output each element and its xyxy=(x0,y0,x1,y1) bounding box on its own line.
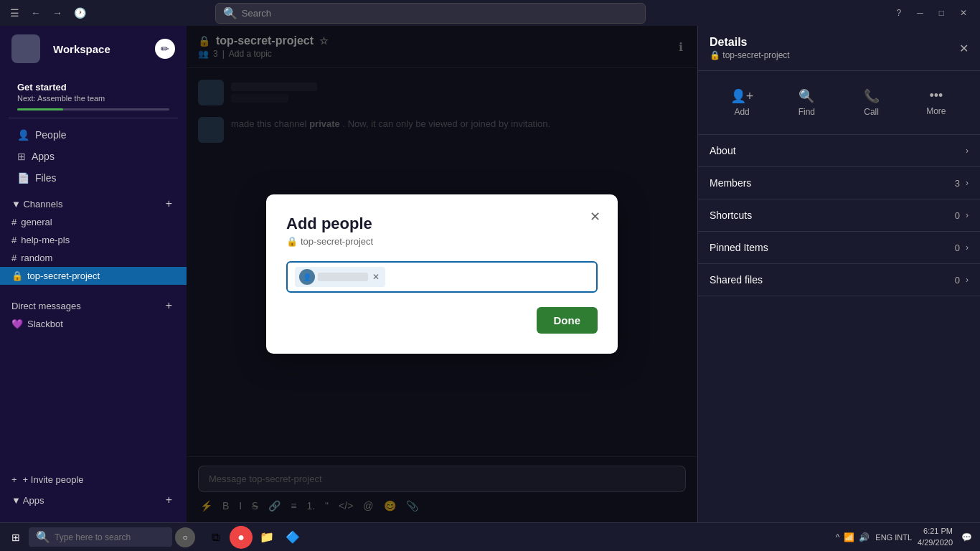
shortcuts-label: Shortcuts xyxy=(710,209,752,221)
shared-files-right: 0 › xyxy=(955,275,969,286)
dm-name-slackbot: Slackbot xyxy=(27,319,63,329)
network-icon[interactable]: 📶 xyxy=(844,532,854,542)
progress-bar xyxy=(17,108,169,110)
sidebar-item-apps[interactable]: ⊞ Apps xyxy=(6,146,181,166)
volume-icon[interactable]: 🔊 xyxy=(859,532,870,542)
channel-name-top-secret: top-secret-project xyxy=(27,270,100,281)
dm-header[interactable]: Direct messages + xyxy=(0,296,187,315)
minimize-button[interactable]: ─ xyxy=(910,5,930,21)
details-header-text: Details 🔒 top-secret-project xyxy=(710,36,790,60)
details-section-pinned: Pinned Items 0 › xyxy=(698,232,980,264)
about-chevron: › xyxy=(966,146,969,156)
notifications-icon[interactable]: ^ xyxy=(836,532,840,542)
about-row[interactable]: About › xyxy=(698,135,980,166)
shortcuts-right: 0 › xyxy=(955,210,969,221)
history-button[interactable]: 🕐 xyxy=(70,4,90,22)
add-dm-button[interactable]: + xyxy=(163,299,175,312)
apps-section-footer[interactable]: ▼ Apps + xyxy=(11,489,175,511)
add-app-button[interactable]: + xyxy=(163,494,175,507)
details-close-button[interactable]: ✕ xyxy=(959,42,969,55)
people-search-input[interactable] xyxy=(390,271,589,283)
details-action-call[interactable]: 📞 Call xyxy=(839,83,904,123)
shared-files-count: 0 xyxy=(955,275,960,286)
sidebar-item-label-people: People xyxy=(35,129,67,141)
modal-tag: 👤 ✕ xyxy=(295,267,385,287)
modal-input-area[interactable]: 👤 ✕ xyxy=(286,261,598,293)
sidebar-item-people[interactable]: 👤 People xyxy=(6,125,181,145)
taskbar-right: ^ 📶 🔊 ENG INTL 6:21 PM 4/29/2020 💬 xyxy=(836,526,974,548)
forward-button[interactable]: → xyxy=(48,4,67,22)
taskbar-search-input[interactable] xyxy=(55,532,162,542)
cortana-button[interactable]: ○ xyxy=(175,527,195,547)
modal-close-button[interactable]: ✕ xyxy=(584,206,606,227)
clock-date: 4/29/2020 xyxy=(918,537,953,548)
taskbar-search-box[interactable]: 🔍 xyxy=(29,527,172,547)
channels-header[interactable]: ▼ Channels + xyxy=(0,194,187,213)
taskbar-app-slack[interactable]: 🔷 xyxy=(281,526,304,549)
files-icon: 📄 xyxy=(17,172,29,184)
about-right: › xyxy=(966,146,969,156)
titlebar-search-box[interactable]: 🔍 xyxy=(215,3,646,24)
titlebar-nav: ☰ ← → 🕐 xyxy=(6,4,90,22)
modal-title: Add people xyxy=(286,215,598,233)
details-actions: 👤+ Add 🔍 Find 📞 Call ••• More xyxy=(698,71,980,135)
done-button[interactable]: Done xyxy=(537,307,598,334)
language-label: ENG INTL xyxy=(875,533,912,542)
hash-icon-3: # xyxy=(11,253,17,263)
shortcuts-row[interactable]: Shortcuts 0 › xyxy=(698,199,980,231)
taskbar-clock[interactable]: 6:21 PM 4/29/2020 xyxy=(918,526,953,548)
dm-slackbot[interactable]: 💜 Slackbot xyxy=(0,315,187,333)
details-section-shortcuts: Shortcuts 0 › xyxy=(698,199,980,232)
details-section-about: About › xyxy=(698,135,980,167)
members-row[interactable]: Members 3 › xyxy=(698,167,980,199)
apps-section-label: ▼ Apps xyxy=(11,495,44,506)
taskbar-app-chrome[interactable]: ● xyxy=(230,526,253,549)
channel-name-random: random xyxy=(21,253,52,263)
titlebar-controls: ? ─ □ ✕ xyxy=(890,5,974,21)
search-input[interactable] xyxy=(242,8,638,19)
get-started-box[interactable]: Get started Next: Assemble the team xyxy=(9,75,178,118)
heart-icon: 💜 xyxy=(11,319,23,329)
people-icon: 👤 xyxy=(17,129,29,141)
details-action-more[interactable]: ••• More xyxy=(904,83,969,123)
pinned-right: 0 › xyxy=(955,242,969,253)
taskbar: ⊞ 🔍 ○ ⧉ ● 📁 🔷 ^ 📶 🔊 ENG INTL 6:21 PM 4/2… xyxy=(0,522,980,551)
modal-lock-icon: 🔒 xyxy=(286,236,298,247)
hash-icon: # xyxy=(11,217,17,227)
remove-tag-button[interactable]: ✕ xyxy=(371,272,381,282)
channel-help-me-pls[interactable]: # help-me-pls xyxy=(0,231,187,249)
sidebar-item-label-apps: Apps xyxy=(32,151,55,162)
channel-random[interactable]: # random xyxy=(0,249,187,267)
back-button[interactable]: ← xyxy=(27,4,45,22)
details-panel: Details 🔒 top-secret-project ✕ 👤+ Add 🔍 … xyxy=(697,26,980,522)
notification-center-button[interactable]: 💬 xyxy=(958,529,974,545)
workspace-avatar xyxy=(11,34,40,63)
shared-files-row[interactable]: Shared files 0 › xyxy=(698,264,980,296)
taskbar-app-task-view[interactable]: ⧉ xyxy=(204,526,227,549)
help-button[interactable]: ? xyxy=(890,5,909,21)
maximize-button[interactable]: □ xyxy=(932,5,951,21)
lock-icon-channel: 🔒 xyxy=(11,270,23,281)
details-action-add[interactable]: 👤+ Add xyxy=(710,83,774,123)
channel-general[interactable]: # general xyxy=(0,213,187,231)
channel-top-secret-project[interactable]: 🔒 top-secret-project xyxy=(0,267,187,285)
start-button[interactable]: ⊞ xyxy=(6,529,26,546)
sidebar: Workspace ✏ Get started Next: Assemble t… xyxy=(0,26,187,522)
apps-icon: ⊞ xyxy=(17,151,26,162)
channels-section: ▼ Channels + # general # help-me-pls # r… xyxy=(0,189,187,291)
taskbar-app-files[interactable]: 📁 xyxy=(255,526,278,549)
close-button[interactable]: ✕ xyxy=(953,5,974,21)
shortcuts-chevron: › xyxy=(966,210,969,220)
sidebar-item-files[interactable]: 📄 Files xyxy=(6,168,181,188)
add-channel-button[interactable]: + xyxy=(163,197,175,210)
modal-overlay: Add people 🔒 top-secret-project ✕ 👤 ✕ xyxy=(187,26,697,522)
shared-files-chevron: › xyxy=(966,275,969,285)
pinned-row[interactable]: Pinned Items 0 › xyxy=(698,232,980,263)
dm-label: Direct messages xyxy=(11,301,81,311)
more-icon: ••• xyxy=(929,88,943,103)
details-action-find[interactable]: 🔍 Find xyxy=(774,83,839,123)
compose-button[interactable]: ✏ xyxy=(155,39,175,59)
menu-button[interactable]: ☰ xyxy=(6,4,24,22)
details-section-shared-files: Shared files 0 › xyxy=(698,264,980,296)
invite-people-link[interactable]: + + Invite people xyxy=(11,470,175,489)
